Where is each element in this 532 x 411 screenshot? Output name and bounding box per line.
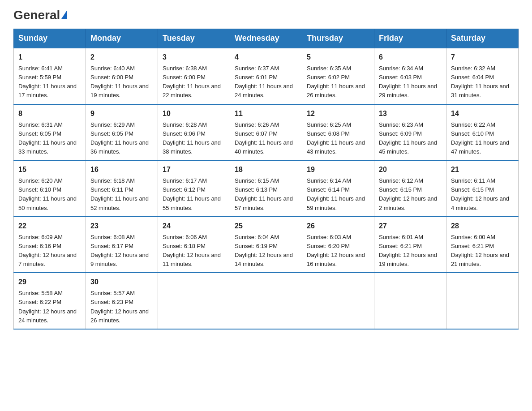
day-number: 29 — [18, 277, 81, 287]
calendar-cell: 3 Sunrise: 6:38 AMSunset: 6:00 PMDayligh… — [158, 48, 230, 104]
calendar-cell: 7 Sunrise: 6:32 AMSunset: 6:04 PMDayligh… — [446, 48, 519, 104]
day-number: 30 — [90, 277, 153, 287]
day-info: Sunrise: 6:22 AMSunset: 6:10 PMDaylight:… — [451, 121, 509, 155]
day-number: 6 — [379, 52, 442, 63]
day-number: 28 — [451, 221, 514, 231]
calendar-cell: 30 Sunrise: 5:57 AMSunset: 6:23 PMDaylig… — [86, 273, 158, 329]
day-info: Sunrise: 6:11 AMSunset: 6:15 PMDaylight:… — [451, 177, 509, 211]
calendar-cell: 1 Sunrise: 6:41 AMSunset: 5:59 PMDayligh… — [14, 48, 86, 104]
weekday-header-sunday: Sunday — [14, 29, 86, 48]
weekday-header-row: SundayMondayTuesdayWednesdayThursdayFrid… — [14, 29, 519, 48]
logo-general: General — [13, 9, 60, 21]
day-info: Sunrise: 6:28 AMSunset: 6:06 PMDaylight:… — [163, 121, 221, 155]
weekday-header-monday: Monday — [86, 29, 158, 48]
calendar-week-5: 29 Sunrise: 5:58 AMSunset: 6:22 PMDaylig… — [14, 273, 519, 329]
day-number: 5 — [307, 52, 369, 63]
day-number: 3 — [163, 52, 225, 63]
day-number: 20 — [379, 164, 442, 175]
day-number: 16 — [90, 164, 153, 175]
calendar-cell: 2 Sunrise: 6:40 AMSunset: 6:00 PMDayligh… — [86, 48, 158, 104]
calendar-week-3: 15 Sunrise: 6:20 AMSunset: 6:10 PMDaylig… — [14, 160, 519, 217]
calendar-cell: 12 Sunrise: 6:25 AMSunset: 6:08 PMDaylig… — [302, 104, 374, 161]
day-info: Sunrise: 6:17 AMSunset: 6:12 PMDaylight:… — [163, 177, 221, 211]
day-info: Sunrise: 6:25 AMSunset: 6:08 PMDaylight:… — [307, 121, 365, 155]
day-number: 11 — [235, 108, 297, 119]
weekday-header-tuesday: Tuesday — [158, 29, 230, 48]
logo-triangle-icon — [61, 11, 67, 19]
calendar-cell: 10 Sunrise: 6:28 AMSunset: 6:06 PMDaylig… — [158, 104, 230, 161]
calendar-week-4: 22 Sunrise: 6:09 AMSunset: 6:16 PMDaylig… — [14, 217, 519, 273]
day-info: Sunrise: 6:00 AMSunset: 6:21 PMDaylight:… — [451, 234, 509, 267]
day-number: 18 — [235, 164, 297, 175]
day-number: 9 — [90, 108, 153, 119]
calendar-cell: 23 Sunrise: 6:08 AMSunset: 6:17 PMDaylig… — [86, 217, 158, 273]
weekday-header-wednesday: Wednesday — [230, 29, 302, 48]
calendar-cell: 21 Sunrise: 6:11 AMSunset: 6:15 PMDaylig… — [446, 160, 519, 217]
day-number: 4 — [235, 52, 297, 63]
day-info: Sunrise: 6:12 AMSunset: 6:15 PMDaylight:… — [379, 177, 437, 211]
day-info: Sunrise: 6:32 AMSunset: 6:04 PMDaylight:… — [451, 65, 509, 98]
calendar-cell: 19 Sunrise: 6:14 AMSunset: 6:14 PMDaylig… — [302, 160, 374, 217]
day-info: Sunrise: 5:58 AMSunset: 6:22 PMDaylight:… — [18, 290, 77, 323]
calendar-cell: 26 Sunrise: 6:03 AMSunset: 6:20 PMDaylig… — [302, 217, 374, 273]
calendar-cell: 5 Sunrise: 6:35 AMSunset: 6:02 PMDayligh… — [302, 48, 374, 104]
day-info: Sunrise: 6:41 AMSunset: 5:59 PMDaylight:… — [18, 65, 77, 98]
calendar-cell: 27 Sunrise: 6:01 AMSunset: 6:21 PMDaylig… — [374, 217, 446, 273]
day-info: Sunrise: 5:57 AMSunset: 6:23 PMDaylight:… — [90, 290, 149, 323]
calendar-cell: 29 Sunrise: 5:58 AMSunset: 6:22 PMDaylig… — [14, 273, 86, 329]
calendar-cell: 18 Sunrise: 6:15 AMSunset: 6:13 PMDaylig… — [230, 160, 302, 217]
calendar-cell: 14 Sunrise: 6:22 AMSunset: 6:10 PMDaylig… — [446, 104, 519, 161]
calendar-cell: 6 Sunrise: 6:34 AMSunset: 6:03 PMDayligh… — [374, 48, 446, 104]
calendar-cell: 15 Sunrise: 6:20 AMSunset: 6:10 PMDaylig… — [14, 160, 86, 217]
day-number: 10 — [163, 108, 225, 119]
calendar-cell: 4 Sunrise: 6:37 AMSunset: 6:01 PMDayligh… — [230, 48, 302, 104]
day-info: Sunrise: 6:23 AMSunset: 6:09 PMDaylight:… — [379, 121, 437, 155]
day-number: 22 — [18, 221, 81, 231]
calendar-cell — [446, 273, 519, 329]
day-info: Sunrise: 6:34 AMSunset: 6:03 PMDaylight:… — [379, 65, 437, 98]
day-number: 2 — [90, 52, 153, 63]
calendar-cell — [158, 273, 230, 329]
day-number: 1 — [18, 52, 81, 63]
calendar-cell: 16 Sunrise: 6:18 AMSunset: 6:11 PMDaylig… — [86, 160, 158, 217]
calendar-cell — [230, 273, 302, 329]
day-info: Sunrise: 6:18 AMSunset: 6:11 PMDaylight:… — [90, 177, 149, 211]
day-number: 14 — [451, 108, 514, 119]
calendar-cell: 9 Sunrise: 6:29 AMSunset: 6:05 PMDayligh… — [86, 104, 158, 161]
day-info: Sunrise: 6:08 AMSunset: 6:17 PMDaylight:… — [90, 234, 149, 267]
calendar-cell: 28 Sunrise: 6:00 AMSunset: 6:21 PMDaylig… — [446, 217, 519, 273]
day-info: Sunrise: 6:06 AMSunset: 6:18 PMDaylight:… — [163, 234, 221, 267]
day-info: Sunrise: 6:15 AMSunset: 6:13 PMDaylight:… — [235, 177, 293, 211]
day-number: 7 — [451, 52, 514, 63]
calendar-cell: 24 Sunrise: 6:06 AMSunset: 6:18 PMDaylig… — [158, 217, 230, 273]
calendar-cell: 22 Sunrise: 6:09 AMSunset: 6:16 PMDaylig… — [14, 217, 86, 273]
day-info: Sunrise: 6:09 AMSunset: 6:16 PMDaylight:… — [18, 234, 77, 267]
day-number: 21 — [451, 164, 514, 175]
day-number: 26 — [307, 221, 369, 231]
day-info: Sunrise: 6:01 AMSunset: 6:21 PMDaylight:… — [379, 234, 437, 267]
day-info: Sunrise: 6:40 AMSunset: 6:00 PMDaylight:… — [90, 65, 149, 98]
calendar-cell: 11 Sunrise: 6:26 AMSunset: 6:07 PMDaylig… — [230, 104, 302, 161]
day-number: 25 — [235, 221, 297, 231]
day-number: 17 — [163, 164, 225, 175]
calendar-table: SundayMondayTuesdayWednesdayThursdayFrid… — [13, 29, 519, 330]
day-number: 15 — [18, 164, 81, 175]
day-info: Sunrise: 6:20 AMSunset: 6:10 PMDaylight:… — [18, 177, 77, 211]
calendar-cell: 8 Sunrise: 6:31 AMSunset: 6:05 PMDayligh… — [14, 104, 86, 161]
day-info: Sunrise: 6:04 AMSunset: 6:19 PMDaylight:… — [235, 234, 293, 267]
calendar-cell — [374, 273, 446, 329]
day-info: Sunrise: 6:37 AMSunset: 6:01 PMDaylight:… — [235, 65, 293, 98]
day-number: 19 — [307, 164, 369, 175]
day-info: Sunrise: 6:31 AMSunset: 6:05 PMDaylight:… — [18, 121, 77, 155]
calendar-week-1: 1 Sunrise: 6:41 AMSunset: 5:59 PMDayligh… — [14, 48, 519, 104]
page-header: General — [13, 9, 519, 21]
weekday-header-thursday: Thursday — [302, 29, 374, 48]
logo: General — [13, 9, 67, 21]
day-number: 8 — [18, 108, 81, 119]
day-info: Sunrise: 6:29 AMSunset: 6:05 PMDaylight:… — [90, 121, 149, 155]
weekday-header-friday: Friday — [374, 29, 446, 48]
calendar-cell — [302, 273, 374, 329]
calendar-cell: 20 Sunrise: 6:12 AMSunset: 6:15 PMDaylig… — [374, 160, 446, 217]
calendar-cell: 13 Sunrise: 6:23 AMSunset: 6:09 PMDaylig… — [374, 104, 446, 161]
day-info: Sunrise: 6:03 AMSunset: 6:20 PMDaylight:… — [307, 234, 365, 267]
